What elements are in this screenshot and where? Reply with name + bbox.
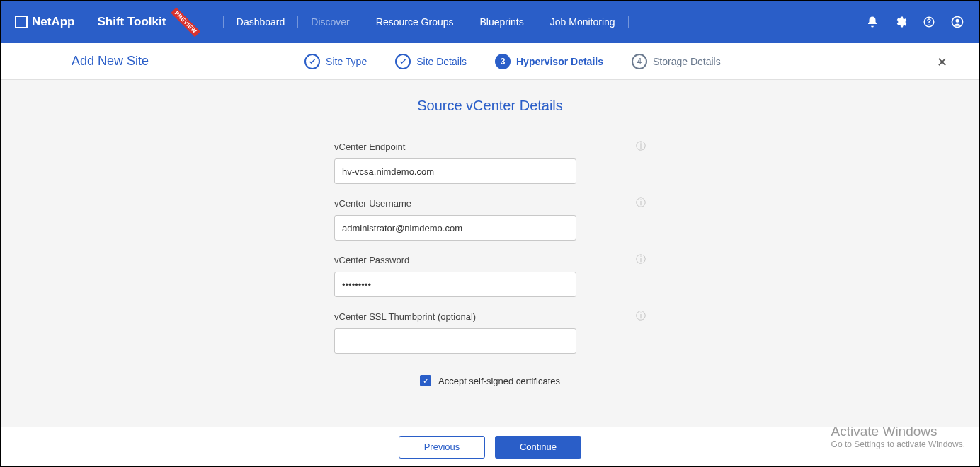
main-nav: Dashboard Discover Resource Groups Bluep…: [223, 16, 629, 28]
thumbprint-label: vCenter SSL Thumbprint (optional): [334, 311, 476, 322]
wizard-steps: Site Type Site Details 3 Hypervisor Deta…: [304, 54, 721, 69]
watermark-subtitle: Go to Settings to activate Windows.: [831, 439, 965, 449]
check-icon: [395, 54, 411, 69]
info-icon[interactable]: ⓘ: [636, 140, 646, 153]
password-input[interactable]: [334, 272, 576, 297]
brand-name: NetApp: [32, 15, 74, 29]
accept-cert-row: ✓ Accept self-signed certificates: [334, 375, 646, 386]
step-hypervisor-details[interactable]: 3 Hypervisor Details: [495, 54, 603, 69]
nav-blueprints[interactable]: Blueprints: [467, 16, 537, 28]
accept-cert-checkbox[interactable]: ✓: [420, 375, 431, 386]
step-label: Hypervisor Details: [516, 56, 603, 67]
windows-watermark: Activate Windows Go to Settings to activ…: [831, 424, 965, 449]
thumbprint-input[interactable]: [334, 328, 576, 354]
step-label: Storage Details: [653, 56, 721, 67]
vcenter-form: vCenter Endpoint ⓘ vCenter Username ⓘ vC…: [334, 140, 646, 386]
svg-point-1: [928, 24, 929, 25]
nav-resource-groups[interactable]: Resource Groups: [363, 16, 467, 28]
product-text: Shift Toolkit: [97, 15, 166, 29]
info-icon[interactable]: ⓘ: [636, 310, 646, 323]
top-icons: [865, 14, 965, 30]
form-title: Source vCenter Details: [1, 98, 979, 114]
divider: [306, 127, 674, 127]
step-number: 4: [632, 54, 647, 69]
field-username: vCenter Username ⓘ: [334, 197, 646, 241]
info-icon[interactable]: ⓘ: [636, 197, 646, 209]
endpoint-label: vCenter Endpoint: [334, 142, 405, 152]
help-icon[interactable]: [921, 14, 937, 30]
page-title: Add New Site: [72, 54, 149, 69]
step-site-details[interactable]: Site Details: [395, 54, 467, 69]
bell-icon[interactable]: [865, 14, 880, 30]
form-area: Source vCenter Details vCenter Endpoint …: [1, 80, 979, 386]
continue-button[interactable]: Continue: [495, 436, 581, 459]
top-bar: NetApp Shift Toolkit PREVIEW Dashboard D…: [1, 1, 979, 43]
wizard-header: Add New Site Site Type Site Details 3 Hy…: [1, 43, 979, 80]
info-icon[interactable]: ⓘ: [636, 253, 646, 266]
nav-dashboard[interactable]: Dashboard: [223, 16, 298, 28]
close-icon[interactable]: ✕: [937, 54, 947, 70]
gear-icon[interactable]: [893, 14, 908, 30]
nav-job-monitoring[interactable]: Job Monitoring: [537, 16, 629, 28]
brand-logo: NetApp: [15, 15, 74, 29]
nav-discover[interactable]: Discover: [297, 16, 362, 28]
watermark-title: Activate Windows: [831, 424, 965, 439]
username-label: vCenter Username: [334, 198, 411, 209]
field-endpoint: vCenter Endpoint ⓘ: [334, 140, 646, 184]
check-icon: [304, 54, 320, 69]
step-site-type[interactable]: Site Type: [304, 54, 367, 69]
svg-point-3: [956, 19, 959, 23]
previous-button[interactable]: Previous: [399, 436, 485, 459]
password-label: vCenter Password: [334, 255, 409, 265]
field-thumbprint: vCenter SSL Thumbprint (optional) ⓘ: [334, 310, 646, 354]
user-icon[interactable]: [950, 14, 965, 30]
step-storage-details[interactable]: 4 Storage Details: [632, 54, 721, 69]
step-number: 3: [495, 54, 511, 69]
step-label: Site Details: [416, 56, 467, 67]
endpoint-input[interactable]: [334, 158, 576, 184]
username-input[interactable]: [334, 215, 576, 241]
preview-badge: PREVIEW: [171, 7, 201, 37]
step-label: Site Type: [326, 56, 367, 67]
accept-cert-label: Accept self-signed certificates: [438, 376, 560, 386]
product-name: Shift Toolkit PREVIEW: [97, 15, 203, 29]
field-password: vCenter Password ⓘ: [334, 253, 646, 297]
brand-logo-icon: [15, 16, 28, 28]
